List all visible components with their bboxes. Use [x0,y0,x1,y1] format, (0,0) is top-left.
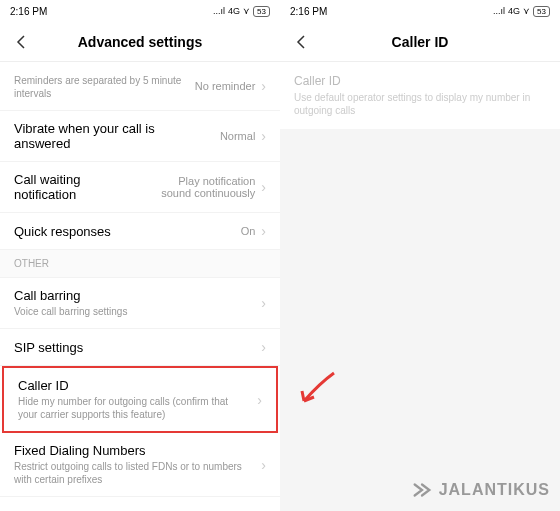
header: Caller ID [280,22,560,62]
status-bar: 2:16 PM ...ıl 4G ⋎ 53 [280,0,560,22]
page-title: Caller ID [310,34,530,50]
section-other: OTHER [0,250,280,278]
header: Advanced settings [0,22,280,62]
row-quick-responses[interactable]: Quick responses On › [0,213,280,250]
chevron-right-icon: › [261,223,266,239]
status-icons: ...ıl 4G ⋎ 53 [493,6,550,17]
status-time: 2:16 PM [290,6,327,17]
row-call-barring[interactable]: Call barring Voice call barring settings… [0,278,280,329]
chevron-right-icon: › [257,392,262,408]
row-reminders[interactable]: Reminders are separated by 5 minute inte… [0,62,280,111]
battery-icon: 53 [253,6,270,17]
chevron-right-icon: › [261,339,266,355]
chevron-right-icon: › [261,507,266,511]
chevron-right-icon: › [261,295,266,311]
page-title: Advanced settings [30,34,250,50]
screen-body: Caller ID Use default operator settings … [280,62,560,511]
chevron-right-icon: › [261,78,266,94]
back-icon[interactable] [292,33,310,51]
status-bar: 2:16 PM ...ıl 4G ⋎ 53 [0,0,280,22]
wifi-icon: ⋎ [523,6,530,16]
watermark: JALANTIKUS [411,479,550,501]
chevron-right-icon: › [261,457,266,473]
row-setup[interactable]: Setup › [0,497,280,511]
watermark-logo-icon [411,479,433,501]
back-icon[interactable] [12,33,30,51]
row-fixed-dialing[interactable]: Fixed Dialing Numbers Restrict outgoing … [0,433,280,497]
screen-caller-id: 2:16 PM ...ıl 4G ⋎ 53 Caller ID Caller I… [280,0,560,511]
chevron-right-icon: › [261,128,266,144]
status-icons: ...ıl 4G ⋎ 53 [213,6,270,17]
status-time: 2:16 PM [10,6,47,17]
row-sip-settings[interactable]: SIP settings › [0,329,280,366]
chevron-right-icon: › [261,179,266,195]
row-caller-id-option[interactable]: Caller ID Use default operator settings … [280,62,560,129]
row-call-waiting[interactable]: Call waiting notification Play notificat… [0,162,280,213]
wifi-icon: ⋎ [243,6,250,16]
row-caller-id[interactable]: Caller ID Hide my number for outgoing ca… [2,366,278,433]
row-vibrate[interactable]: Vibrate when your call is answered Norma… [0,111,280,162]
screen-advanced-settings: 2:16 PM ...ıl 4G ⋎ 53 Advanced settings … [0,0,280,511]
battery-icon: 53 [533,6,550,17]
